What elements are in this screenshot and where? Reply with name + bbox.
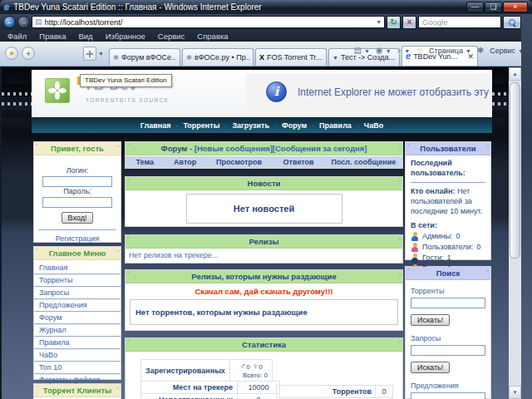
back-button[interactable]: ← <box>3 16 16 28</box>
forum-link[interactable]: [Новые сообщения] <box>195 144 273 153</box>
nav-item[interactable]: Форум <box>269 121 307 130</box>
main-menu-link[interactable]: Форум <box>34 312 121 324</box>
page-menu-label[interactable]: Страница <box>429 47 463 55</box>
feeds-icon[interactable]: ◉ <box>376 47 383 55</box>
forum-column-header: Тема <box>126 158 165 166</box>
scroll-up-icon[interactable]: ▲ <box>509 67 521 81</box>
stats-right-table-wrap: Торрентов 0 Мертвых Торрентов 0 Активных… <box>276 385 393 399</box>
search-section-input[interactable] <box>411 298 485 308</box>
nav-item[interactable]: Загрузить <box>219 121 269 130</box>
site-logo[interactable] <box>45 78 70 103</box>
nav-link[interactable]: Торренты <box>183 121 219 130</box>
main-menu-link[interactable]: Журнал <box>34 324 121 337</box>
browser-tab[interactable]: ◉ Форум вФОСе... ✕ <box>109 48 180 66</box>
command-bar: ▤▼ ◉▼ ⌕▼ ☆ Страница▼ ✱ Сервис▼ <box>354 47 524 55</box>
main-menu-link[interactable]: Запросы <box>34 287 121 299</box>
scrollbar-thumb[interactable] <box>510 82 520 259</box>
browser-tab[interactable]: X FOS Torrent Tr... ✕ <box>255 48 327 66</box>
menu-item[interactable]: Правка <box>39 32 66 41</box>
info-icon: i <box>266 81 287 102</box>
news-title: Новости <box>126 177 402 190</box>
nav-link[interactable]: Правила <box>319 121 352 130</box>
nav-item[interactable]: Главная <box>140 121 171 130</box>
users-block: Пользователи Последний пользователь: Кто… <box>405 141 491 260</box>
favorites-star-icon[interactable]: ★ <box>5 47 18 60</box>
menu-item[interactable]: Избранное <box>106 32 145 41</box>
main-menu-link[interactable]: Главная <box>34 262 121 274</box>
search-section-button[interactable]: Искать! <box>411 362 450 373</box>
forum-title: Форум - <box>161 144 193 153</box>
search-section-input[interactable] <box>411 392 485 399</box>
tab-label: вФОСе.ру • Пр... <box>195 53 249 62</box>
page-dropdown-icon[interactable]: ▼ <box>466 48 471 54</box>
tab-label: Форум вФОСе... <box>121 53 176 62</box>
address-field[interactable]: ▤ ▼ <box>32 16 385 28</box>
main-menu-block: Главное Меню ГлавнаяТоррентыЗапросыПредл… <box>33 246 121 380</box>
password-input[interactable] <box>42 197 112 208</box>
menu-item[interactable]: Вид <box>78 32 92 41</box>
main-menu-link[interactable]: Торренты <box>34 274 121 287</box>
search-section-input[interactable] <box>411 345 485 356</box>
nav-item[interactable]: Правила <box>307 121 352 130</box>
menu-item[interactable]: Сервис <box>158 32 185 41</box>
vertical-scrollbar[interactable]: ▲ ▼ <box>509 67 521 399</box>
site-navbar: ГлавнаяТоррентыЗагрузитьФорумПравилаЧаВо <box>32 117 492 133</box>
forum-column-header: Ответов <box>272 158 324 166</box>
main-menu-link[interactable]: Предложения <box>34 299 121 312</box>
table-row: Торрентов 0 <box>277 386 393 398</box>
online-row-label: Гости: <box>422 254 443 264</box>
browser-tab[interactable]: ◉ вФОСе.ру • Пр... ✕ <box>182 48 254 66</box>
scroll-down-icon[interactable]: ▼ <box>509 386 521 399</box>
home-dropdown-icon[interactable]: ▼ <box>364 48 370 54</box>
tab-icon: ◉ <box>113 54 119 61</box>
menu-item[interactable]: Файл <box>7 32 27 41</box>
quick-tabs-dropdown-icon[interactable]: ▼ <box>98 51 104 57</box>
maximize-button[interactable]: ❏ <box>485 2 502 12</box>
torrent-clients-title: Торрент Клиенты <box>34 384 121 397</box>
search-section-button[interactable]: Искать! <box>411 314 450 326</box>
nav-link[interactable]: Форум <box>282 121 307 130</box>
address-dropdown-icon[interactable]: ▼ <box>376 19 382 25</box>
register-link[interactable]: Регистрация <box>34 234 121 243</box>
site-header: TB Dev TORRENTBITS SOURCE TBDev Yuna Sca… <box>32 70 492 118</box>
print-dropdown-icon[interactable]: ▼ <box>404 48 410 54</box>
close-button[interactable]: × <box>503 2 528 12</box>
grid-icon <box>86 51 93 57</box>
menu-item[interactable]: Справка <box>197 32 228 41</box>
filmstrip-decor <box>492 102 509 106</box>
main-menu-link[interactable]: Топ 10 <box>34 362 121 374</box>
main-content: Форум - [Новые сообщения][Сообщения за с… <box>125 141 403 399</box>
releases-block: Релизы Нет релизов на трекере... <box>125 234 403 264</box>
main-menu-link[interactable]: ЧаВо <box>34 349 121 362</box>
minimize-button[interactable]: — <box>466 2 484 12</box>
last-user-label: Последний пользователь: <box>411 159 466 177</box>
nav-link[interactable]: Главная <box>140 121 171 130</box>
nav-item[interactable]: ЧаВо <box>352 121 383 130</box>
stop-button[interactable]: × <box>402 16 416 29</box>
nav-link[interactable]: ЧаВо <box>364 121 383 130</box>
print-icon[interactable]: ⌕ <box>397 47 402 55</box>
tab-icon: X <box>259 54 264 62</box>
search-input[interactable] <box>418 16 501 28</box>
feeds-dropdown-icon[interactable]: ▼ <box>386 48 392 54</box>
address-input[interactable] <box>45 17 374 27</box>
search-go-button[interactable] <box>503 16 521 29</box>
stat-value: 0 <box>238 394 280 399</box>
main-menu-link[interactable]: Правила <box>34 337 121 349</box>
nav-link[interactable]: Загрузить <box>232 121 269 130</box>
forum-link[interactable]: [Сообщения за сегодня] <box>273 144 367 153</box>
nav-item[interactable]: Торренты <box>170 121 219 130</box>
stats-left-table: Зарегистрированных ♂0 ♀0 Всего: 0 <box>140 359 273 382</box>
home-icon[interactable]: ▤ <box>354 47 362 55</box>
refresh-button[interactable]: ↻ <box>387 16 401 29</box>
users-block-title: Пользователи <box>406 142 490 155</box>
forward-button[interactable]: → <box>17 16 30 28</box>
login-input[interactable] <box>42 176 112 187</box>
need-seed-empty-message: Нет торрентов, которым нужны раздающие <box>130 299 398 325</box>
tab-icon: ▼ <box>332 55 338 61</box>
filmstrip-decor <box>2 92 32 96</box>
add-favorite-icon[interactable]: ＋ <box>22 47 35 60</box>
quick-tabs-button[interactable] <box>83 47 96 61</box>
tools-menu-label[interactable]: Сервис <box>490 47 515 55</box>
login-submit-button[interactable]: Вход! <box>62 212 94 224</box>
